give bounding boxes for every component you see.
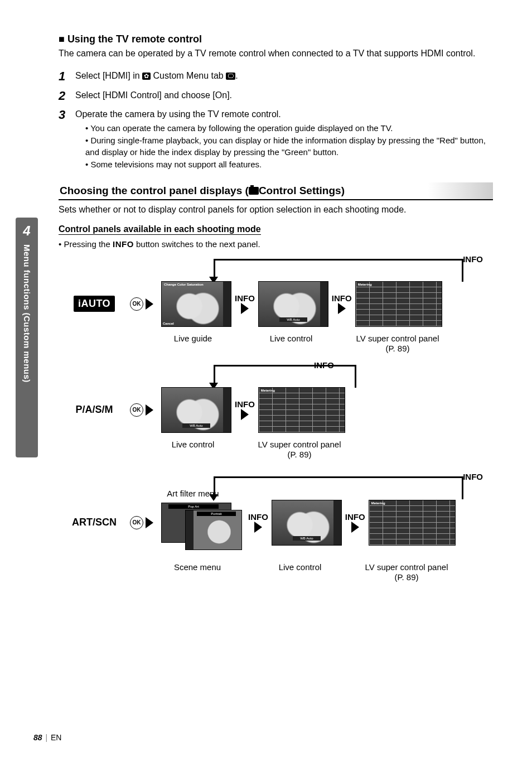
menu-tab-d-icon: 🖵 — [226, 73, 235, 80]
step3-sub-3: Some televisions may not support all fea… — [85, 159, 493, 170]
thumb-live-guide: Change Color Saturation Cancel — [161, 281, 231, 327]
arrow-right-icon — [351, 522, 359, 533]
arrow-right-icon — [254, 522, 262, 533]
thumb-cancel: Cancel — [163, 322, 174, 325]
thumb-portrait: Portrait — [197, 512, 236, 516]
info-bullet: Pressing the INFO button switches to the… — [59, 239, 493, 249]
arrow-right-icon — [241, 409, 249, 420]
thumb-metering: Metering — [261, 389, 275, 392]
step-2: 2 Select [HDMI Control] and choose [On]. — [59, 89, 493, 103]
step-number: 2 — [59, 89, 75, 103]
thumb-art-filter-menu: Pop Art Portrait — [161, 503, 231, 543]
ok-arrow: OK — [130, 297, 153, 311]
info-label-loop: INFO — [463, 254, 483, 264]
step-content: Select [HDMI Control] and choose [On]. — [75, 89, 493, 103]
chapter-tab: 4 Menu functions (Custom menus) — [16, 218, 38, 457]
loop-line-pasm — [214, 365, 356, 388]
step3-text: Operate the camera by using the TV remot… — [75, 109, 281, 119]
control-panel-diagram: INFO iAUTO OK Change Color Saturation Ca… — [59, 254, 493, 600]
thumb-metering: Metering — [358, 283, 372, 286]
section-heading-tv-remote: Using the TV remote control — [59, 33, 493, 45]
step-number: 1 — [59, 70, 75, 83]
thumb-popart: Pop Art — [168, 504, 218, 509]
info-label: INFO — [235, 399, 255, 409]
caption-lv-super: LV super control panel (P. 89) — [363, 562, 450, 582]
info-button-label: INFO — [113, 239, 134, 249]
step3-sub-1: You can operate the camera by following … — [85, 123, 493, 134]
ok-arrow: OK — [130, 403, 153, 417]
caption-scene-menu: Scene menu — [158, 562, 237, 582]
caption-live-guide: Live guide — [158, 334, 228, 354]
page-number: 88 — [33, 733, 42, 742]
bullet-pre: Pressing the — [64, 239, 113, 249]
ok-icon: OK — [130, 403, 143, 417]
caption-live-control: Live control — [265, 562, 335, 582]
step3-sub-2: During single-frame playback, you can di… — [85, 135, 493, 158]
info-label-loop: INFO — [314, 360, 334, 370]
step1-pre: Select [HDMI] in — [75, 71, 142, 80]
caption-lv-super: LV super control panel (P. 89) — [256, 440, 343, 460]
caption-live-control: Live control — [256, 334, 326, 354]
info-label: INFO — [248, 512, 268, 522]
step1-post: . — [235, 71, 238, 80]
thumb-wb: WB Auto — [279, 317, 307, 322]
step1-mid: Custom Menu tab — [153, 71, 226, 80]
loop-line-artscn — [214, 476, 463, 499]
step-number: 3 — [59, 108, 75, 171]
info-label: INFO — [332, 293, 352, 303]
thumb-title: Change Color Saturation — [164, 283, 204, 286]
chapter-title: Menu functions (Custom menus) — [22, 244, 32, 383]
arrow-right-icon — [146, 517, 153, 528]
page-footer: 88 | EN — [33, 733, 61, 742]
heading-post: Control Settings) — [259, 185, 345, 196]
camera-icon — [249, 187, 259, 195]
arrow-right-icon — [146, 298, 153, 310]
page-lang: EN — [51, 733, 61, 742]
thumb-lv-super-iauto: Metering — [355, 281, 442, 327]
art-filter-menu-label: Art filter menu — [158, 489, 228, 498]
cog-icon: ✿ — [142, 73, 151, 80]
step-3: 3 Operate the camera by using the TV rem… — [59, 108, 493, 171]
step-content: Select [HDMI] in ✿ Custom Menu tab 🖵. — [75, 70, 493, 83]
thumb-lv-super-art: Metering — [369, 500, 456, 546]
thumb-live-control-art: WB Auto — [272, 500, 342, 546]
heading-pre: Choosing the control panel displays ( — [60, 185, 249, 196]
mode-label-pasm: P/A/S/M — [59, 404, 130, 416]
thumb-live-control-pasm: WB Auto — [161, 387, 231, 433]
loop-line-iauto — [214, 259, 463, 282]
mode-label-iauto: iAUTO — [59, 296, 130, 312]
ok-arrow: OK — [130, 516, 153, 529]
thumb-wb: WB Auto — [182, 423, 210, 428]
info-label: INFO — [235, 293, 255, 303]
thumb-lv-super-pasm: Metering — [258, 387, 345, 433]
info-label: INFO — [345, 512, 365, 522]
caption-live-control: Live control — [158, 440, 228, 460]
chapter-number: 4 — [23, 223, 30, 239]
arrow-right-icon — [241, 303, 249, 314]
caption-lv-super: LV super control panel (P. 89) — [354, 334, 441, 354]
intro-paragraph: The camera can be operated by a TV remot… — [59, 47, 493, 60]
ok-icon: OK — [130, 516, 143, 529]
arrow-right-icon — [146, 404, 153, 416]
mode-label-artscn: ART/SCN — [59, 517, 130, 528]
info-label-loop: INFO — [463, 472, 483, 481]
bullet-post: button switches to the next panel. — [134, 239, 260, 249]
step-content: Operate the camera by using the TV remot… — [75, 108, 493, 171]
step-1: 1 Select [HDMI] in ✿ Custom Menu tab 🖵. — [59, 70, 493, 83]
control-settings-intro: Sets whether or not to display control p… — [59, 204, 493, 216]
thumb-live-control-iauto: WB Auto — [258, 281, 328, 327]
thumb-scene-menu-overlay: Portrait — [185, 510, 242, 550]
thumb-metering: Metering — [371, 502, 385, 505]
section-heading-control-settings: Choosing the control panel displays (Con… — [59, 182, 493, 200]
iauto-text: AUTO — [81, 298, 110, 309]
ok-icon: OK — [130, 297, 143, 311]
arrow-right-icon — [338, 303, 346, 314]
sub-heading-panels: Control panels available in each shootin… — [59, 224, 261, 235]
thumb-wb: WB Auto — [293, 536, 321, 541]
